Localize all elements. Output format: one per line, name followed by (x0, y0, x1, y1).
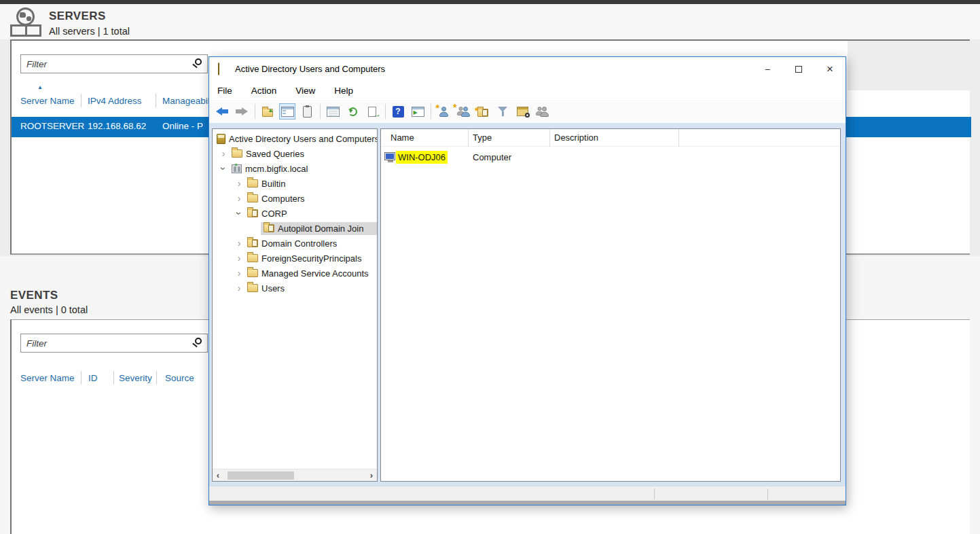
console-tree-pane: Active Directory Users and Computers › S… (212, 128, 378, 482)
find-icon (517, 107, 528, 116)
servers-column-ipv4[interactable]: IPv4 Address (88, 96, 142, 106)
delegate-control-button[interactable] (534, 103, 550, 120)
new-organizational-unit-button[interactable]: * (475, 103, 491, 120)
toolbar-separator (431, 104, 431, 119)
console-root-icon (217, 134, 225, 144)
chevron-right-icon[interactable]: › (232, 193, 246, 204)
folder-icon (247, 284, 258, 292)
chevron-right-icon[interactable]: › (232, 268, 246, 279)
help-button[interactable]: ? (390, 103, 406, 120)
export-list-button[interactable]: → (364, 103, 380, 120)
tree-item-builtin[interactable]: › Builtin (213, 176, 377, 191)
forward-button[interactable] (234, 103, 250, 120)
tree-item-saved-queries[interactable]: › Saved Queries (213, 146, 377, 161)
servers-section-subtitle: All servers | 1 total (49, 26, 130, 37)
tree-item-managed-service-accounts[interactable]: › Managed Service Accounts (213, 266, 377, 281)
column-separator[interactable] (468, 129, 469, 147)
scroll-right-arrow[interactable]: › (366, 469, 377, 481)
show-window-button[interactable]: ▶ (410, 103, 426, 120)
aduc-window: Active Directory Users and Computers − ×… (208, 56, 846, 505)
tree-horizontal-scrollbar[interactable]: ‹ › (213, 469, 377, 481)
events-section-title: EVENTS (10, 289, 58, 302)
events-column-source[interactable]: Source (165, 373, 194, 383)
filter-funnel-icon (497, 106, 508, 117)
new-user-icon: * (439, 107, 448, 117)
chevron-right-icon[interactable]: › (217, 148, 230, 159)
column-separator[interactable] (549, 129, 550, 147)
up-one-level-button[interactable]: ▲ (259, 103, 276, 120)
scroll-left-arrow[interactable]: ‹ (213, 469, 223, 481)
column-separator[interactable] (113, 371, 114, 385)
show-console-tree-button[interactable] (279, 103, 295, 120)
status-bar-divider (654, 488, 655, 499)
list-column-type[interactable]: Type (473, 132, 492, 143)
toolbar-separator (255, 104, 255, 119)
tree-item-domain[interactable]: › mcm.bigfix.local (213, 161, 377, 176)
tree-item-foreign-security-principals[interactable]: › ForeignSecurityPrincipals (213, 251, 377, 266)
list-row-win-odj06[interactable]: WIN-ODJ06 Computer (381, 151, 840, 166)
close-button[interactable]: × (814, 57, 846, 82)
events-section-subtitle: All events | 0 total (10, 304, 88, 315)
events-filter-input[interactable] (20, 334, 208, 353)
chevron-down-icon[interactable]: › (218, 162, 229, 175)
server-name-cell: ROOTSERVER (20, 121, 84, 131)
refresh-button[interactable] (344, 103, 361, 120)
object-list-pane: Name Type Description WIN-ODJ06 Computer (380, 128, 841, 482)
scrollbar-thumb[interactable] (228, 471, 294, 480)
aduc-title-bar[interactable]: Active Directory Users and Computers − × (209, 57, 846, 82)
toolbar-separator (320, 104, 321, 119)
new-ou-icon: * (477, 109, 488, 117)
maximize-button[interactable] (783, 57, 814, 82)
window-bottom-edge (209, 501, 846, 505)
chevron-down-icon[interactable]: › (234, 207, 244, 220)
menu-view[interactable]: View (295, 86, 315, 96)
chevron-right-icon[interactable]: › (232, 253, 246, 264)
properties-button[interactable] (325, 103, 341, 120)
menu-action[interactable]: Action (251, 86, 277, 96)
events-column-id[interactable]: ID (88, 373, 98, 383)
new-group-icon: * (456, 106, 470, 117)
events-column-server-name[interactable]: Server Name (20, 373, 75, 383)
tree-item-autopilot-domain-join[interactable]: Autopilot Domain Join (213, 221, 377, 236)
computer-name-highlighted[interactable]: WIN-ODJ06 (396, 151, 448, 164)
events-column-severity[interactable]: Severity (119, 373, 152, 383)
find-button[interactable] (514, 103, 530, 120)
maximize-icon (795, 66, 802, 73)
filter-button[interactable] (494, 103, 511, 120)
tree-item-domain-controllers[interactable]: › Domain Controllers (213, 236, 377, 251)
tree-item-users[interactable]: › Users (213, 281, 377, 296)
toolbar-separator (385, 104, 386, 119)
chevron-right-icon[interactable]: › (232, 283, 246, 293)
clipboard-icon (303, 106, 312, 118)
menu-file[interactable]: File (217, 86, 232, 96)
servers-column-server-name[interactable]: Server Name (20, 96, 75, 106)
list-column-name[interactable]: Name (391, 132, 414, 143)
minimize-button[interactable]: − (752, 57, 783, 82)
back-button[interactable] (214, 103, 230, 120)
column-separator[interactable] (81, 94, 81, 107)
clipboard-button[interactable] (299, 103, 315, 120)
chevron-right-icon[interactable]: › (232, 238, 246, 249)
tree-item-computers[interactable]: › Computers (213, 191, 377, 206)
search-icon (195, 338, 202, 344)
server-manageability-cell: Online - P (162, 121, 203, 131)
computer-icon (384, 152, 395, 160)
tree-item-root[interactable]: Active Directory Users and Computers (213, 131, 377, 146)
ou-folder-icon (264, 224, 274, 232)
domain-icon (232, 164, 242, 173)
chevron-right-icon[interactable]: › (232, 178, 246, 189)
new-user-button[interactable]: * (435, 103, 452, 120)
sort-ascending-icon: ▲ (37, 84, 43, 90)
column-separator[interactable] (678, 129, 679, 147)
show-window-icon: ▶ (412, 107, 424, 117)
column-separator[interactable] (81, 371, 81, 385)
column-separator[interactable] (156, 371, 157, 385)
list-column-description[interactable]: Description (554, 132, 598, 143)
properties-icon (327, 107, 340, 117)
up-folder-icon: ▲ (262, 109, 273, 117)
servers-filter-input[interactable] (20, 54, 208, 73)
column-separator[interactable] (156, 94, 156, 107)
menu-help[interactable]: Help (334, 86, 353, 96)
tree-item-corp[interactable]: › CORP (213, 206, 377, 221)
new-group-button[interactable]: * (455, 103, 471, 120)
